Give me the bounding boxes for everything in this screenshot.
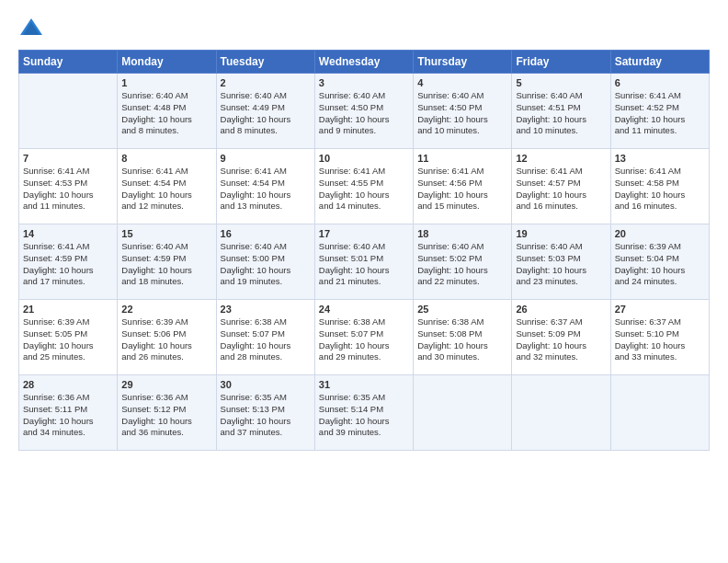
day-number: 23: [221, 304, 311, 315]
week-row-1: 1Sunrise: 6:40 AM Sunset: 4:48 PM Daylig…: [19, 74, 710, 149]
day-cell: 19Sunrise: 6:40 AM Sunset: 5:03 PM Dayli…: [512, 224, 610, 300]
day-info: Sunrise: 6:41 AM Sunset: 4:54 PM Dayligh…: [121, 166, 211, 213]
day-number: 6: [615, 77, 705, 88]
day-cell: 10Sunrise: 6:41 AM Sunset: 4:55 PM Dayli…: [314, 149, 413, 224]
day-cell: 1Sunrise: 6:40 AM Sunset: 4:48 PM Daylig…: [118, 74, 216, 149]
day-cell: 15Sunrise: 6:40 AM Sunset: 4:59 PM Dayli…: [118, 224, 216, 300]
day-cell: 26Sunrise: 6:37 AM Sunset: 5:09 PM Dayli…: [512, 300, 610, 375]
day-cell: 22Sunrise: 6:39 AM Sunset: 5:06 PM Dayli…: [118, 300, 216, 375]
day-number: 22: [121, 304, 211, 315]
day-cell: 13Sunrise: 6:41 AM Sunset: 4:58 PM Dayli…: [610, 149, 709, 224]
day-info: Sunrise: 6:39 AM Sunset: 5:05 PM Dayligh…: [23, 316, 113, 363]
day-cell: 16Sunrise: 6:40 AM Sunset: 5:00 PM Dayli…: [216, 224, 314, 300]
day-info: Sunrise: 6:41 AM Sunset: 4:58 PM Dayligh…: [615, 166, 705, 213]
day-number: 11: [417, 153, 507, 164]
day-info: Sunrise: 6:40 AM Sunset: 5:01 PM Dayligh…: [319, 241, 409, 288]
day-number: 1: [121, 77, 211, 88]
day-info: Sunrise: 6:38 AM Sunset: 5:07 PM Dayligh…: [221, 316, 311, 363]
day-number: 21: [23, 304, 113, 315]
day-cell: 21Sunrise: 6:39 AM Sunset: 5:05 PM Dayli…: [19, 300, 118, 375]
day-cell: 31Sunrise: 6:35 AM Sunset: 5:14 PM Dayli…: [314, 375, 413, 451]
day-number: 8: [121, 153, 211, 164]
day-info: Sunrise: 6:37 AM Sunset: 5:09 PM Dayligh…: [516, 316, 606, 363]
day-number: 15: [121, 228, 211, 239]
day-number: 19: [516, 228, 606, 239]
col-header-tuesday: Tuesday: [216, 51, 314, 74]
day-cell: 5Sunrise: 6:40 AM Sunset: 4:51 PM Daylig…: [512, 74, 610, 149]
day-cell: 14Sunrise: 6:41 AM Sunset: 4:59 PM Dayli…: [19, 224, 118, 300]
day-cell: 9Sunrise: 6:41 AM Sunset: 4:54 PM Daylig…: [216, 149, 314, 224]
day-number: 25: [417, 304, 507, 315]
day-number: 2: [221, 77, 311, 88]
day-number: 26: [516, 304, 606, 315]
day-number: 18: [417, 228, 507, 239]
day-info: Sunrise: 6:40 AM Sunset: 4:50 PM Dayligh…: [417, 90, 507, 137]
day-number: 3: [319, 77, 409, 88]
day-info: Sunrise: 6:40 AM Sunset: 4:59 PM Dayligh…: [121, 241, 211, 288]
day-cell: 30Sunrise: 6:35 AM Sunset: 5:13 PM Dayli…: [216, 375, 314, 451]
col-header-sunday: Sunday: [19, 51, 118, 74]
day-number: 17: [319, 228, 409, 239]
day-cell: 11Sunrise: 6:41 AM Sunset: 4:56 PM Dayli…: [414, 149, 512, 224]
day-info: Sunrise: 6:41 AM Sunset: 4:53 PM Dayligh…: [23, 166, 113, 213]
day-number: 13: [615, 153, 705, 164]
week-row-2: 7Sunrise: 6:41 AM Sunset: 4:53 PM Daylig…: [19, 149, 710, 224]
col-header-friday: Friday: [512, 51, 610, 74]
col-header-saturday: Saturday: [610, 51, 709, 74]
day-cell: 6Sunrise: 6:41 AM Sunset: 4:52 PM Daylig…: [610, 74, 709, 149]
day-cell: 20Sunrise: 6:39 AM Sunset: 5:04 PM Dayli…: [610, 224, 709, 300]
day-number: 20: [615, 228, 705, 239]
day-info: Sunrise: 6:40 AM Sunset: 4:51 PM Dayligh…: [516, 90, 606, 137]
day-info: Sunrise: 6:36 AM Sunset: 5:12 PM Dayligh…: [121, 392, 211, 439]
page: SundayMondayTuesdayWednesdayThursdayFrid…: [0, 0, 728, 462]
day-number: 12: [516, 153, 606, 164]
day-number: 30: [221, 379, 311, 390]
day-info: Sunrise: 6:38 AM Sunset: 5:07 PM Dayligh…: [319, 316, 409, 363]
day-info: Sunrise: 6:41 AM Sunset: 4:56 PM Dayligh…: [417, 166, 507, 213]
day-info: Sunrise: 6:35 AM Sunset: 5:14 PM Dayligh…: [319, 392, 409, 439]
day-cell: 3Sunrise: 6:40 AM Sunset: 4:50 PM Daylig…: [314, 74, 413, 149]
day-number: 14: [23, 228, 113, 239]
day-cell: 8Sunrise: 6:41 AM Sunset: 4:54 PM Daylig…: [118, 149, 216, 224]
day-info: Sunrise: 6:40 AM Sunset: 4:50 PM Dayligh…: [319, 90, 409, 137]
day-number: 27: [615, 304, 705, 315]
day-info: Sunrise: 6:41 AM Sunset: 4:57 PM Dayligh…: [516, 166, 606, 213]
day-cell: 27Sunrise: 6:37 AM Sunset: 5:10 PM Dayli…: [610, 300, 709, 375]
col-header-thursday: Thursday: [414, 51, 512, 74]
day-number: 4: [417, 77, 507, 88]
day-info: Sunrise: 6:40 AM Sunset: 5:02 PM Dayligh…: [417, 241, 507, 288]
day-number: 5: [516, 77, 606, 88]
day-cell: 12Sunrise: 6:41 AM Sunset: 4:57 PM Dayli…: [512, 149, 610, 224]
col-header-wednesday: Wednesday: [314, 51, 413, 74]
day-info: Sunrise: 6:41 AM Sunset: 4:52 PM Dayligh…: [615, 90, 705, 137]
header: [18, 15, 710, 40]
day-cell: 2Sunrise: 6:40 AM Sunset: 4:49 PM Daylig…: [216, 74, 314, 149]
day-info: Sunrise: 6:36 AM Sunset: 5:11 PM Dayligh…: [23, 392, 113, 439]
day-number: 29: [121, 379, 211, 390]
day-cell: 23Sunrise: 6:38 AM Sunset: 5:07 PM Dayli…: [216, 300, 314, 375]
logo: [18, 15, 48, 40]
day-info: Sunrise: 6:39 AM Sunset: 5:04 PM Dayligh…: [615, 241, 705, 288]
day-cell: [512, 375, 610, 451]
day-number: 31: [319, 379, 409, 390]
day-info: Sunrise: 6:40 AM Sunset: 4:48 PM Dayligh…: [121, 90, 211, 137]
day-number: 9: [221, 153, 311, 164]
day-info: Sunrise: 6:37 AM Sunset: 5:10 PM Dayligh…: [615, 316, 705, 363]
day-number: 10: [319, 153, 409, 164]
day-info: Sunrise: 6:41 AM Sunset: 4:54 PM Dayligh…: [221, 166, 311, 213]
week-row-4: 21Sunrise: 6:39 AM Sunset: 5:05 PM Dayli…: [19, 300, 710, 375]
day-cell: 7Sunrise: 6:41 AM Sunset: 4:53 PM Daylig…: [19, 149, 118, 224]
day-number: 7: [23, 153, 113, 164]
day-info: Sunrise: 6:40 AM Sunset: 5:00 PM Dayligh…: [221, 241, 311, 288]
day-info: Sunrise: 6:39 AM Sunset: 5:06 PM Dayligh…: [121, 316, 211, 363]
day-number: 28: [23, 379, 113, 390]
day-info: Sunrise: 6:41 AM Sunset: 4:55 PM Dayligh…: [319, 166, 409, 213]
day-info: Sunrise: 6:35 AM Sunset: 5:13 PM Dayligh…: [221, 392, 311, 439]
col-header-monday: Monday: [118, 51, 216, 74]
header-row: SundayMondayTuesdayWednesdayThursdayFrid…: [19, 51, 710, 74]
day-info: Sunrise: 6:40 AM Sunset: 4:49 PM Dayligh…: [221, 90, 311, 137]
day-number: 24: [319, 304, 409, 315]
day-cell: [19, 74, 118, 149]
logo-icon: [18, 15, 44, 40]
calendar-table: SundayMondayTuesdayWednesdayThursdayFrid…: [18, 50, 710, 451]
